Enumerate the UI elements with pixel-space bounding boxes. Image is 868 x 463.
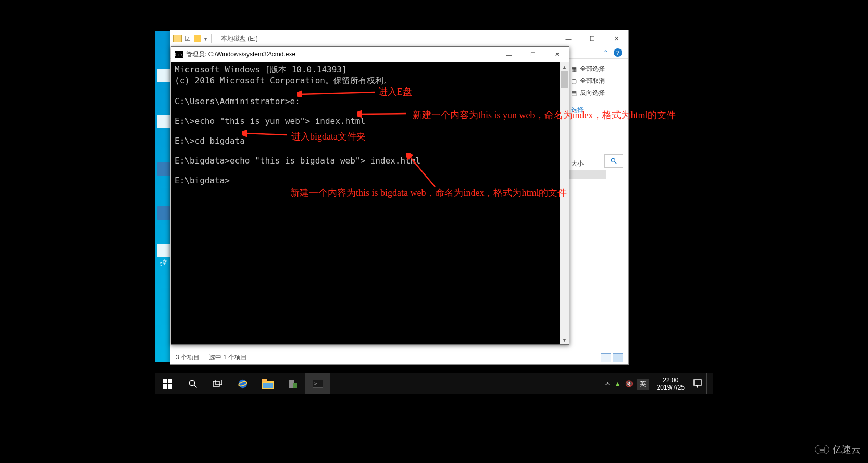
qat-dropdown[interactable]: ▾ (204, 36, 207, 42)
search-button[interactable] (604, 154, 623, 168)
status-bar: 3 个项目 选中 1 个项目 (170, 351, 628, 364)
cmd-titlebar[interactable]: C:\ 管理员: C:\Windows\system32\cmd.exe — ☐… (171, 47, 569, 62)
svg-rect-13 (216, 380, 222, 385)
scrollbar[interactable]: ▲ ▼ (560, 62, 569, 344)
taskbar-ie-button[interactable] (230, 373, 255, 394)
taskbar-cmd-button[interactable]: >_ (305, 373, 330, 394)
deselect-all-button[interactable]: ▢全部取消 (565, 75, 628, 87)
scroll-up-icon[interactable]: ▲ (560, 62, 569, 71)
clock[interactable]: 22:00 2019/7/25 (653, 377, 689, 391)
svg-point-10 (189, 380, 195, 386)
cmd-icon: C:\ (175, 51, 183, 58)
watermark-text: 亿速云 (833, 443, 861, 456)
cmd-title-text: 管理员: C:\Windows\system32\cmd.exe (186, 50, 295, 59)
svg-rect-18 (263, 383, 273, 388)
tray-overflow-button[interactable]: ㅅ (604, 380, 611, 389)
close-button[interactable]: ✕ (545, 47, 569, 62)
clock-time: 22:00 (657, 377, 685, 384)
ime-indicator[interactable]: 英 (637, 379, 649, 390)
watermark-logo-icon: ೲ (815, 445, 829, 454)
server-icon (288, 379, 298, 389)
file-size-cell (565, 170, 606, 179)
clock-date: 2019/7/25 (657, 384, 685, 391)
svg-text:>_: >_ (314, 381, 320, 386)
windows-icon (163, 379, 172, 389)
terminal-output[interactable]: Microsoft Windows [版本 10.0.14393] (c) 20… (171, 62, 560, 344)
action-center-button[interactable] (693, 379, 702, 390)
close-button[interactable]: ✕ (604, 30, 628, 47)
svg-rect-17 (262, 379, 267, 382)
folder-icon (173, 35, 182, 42)
notification-icon (693, 379, 702, 388)
desktop-icon[interactable] (156, 206, 171, 221)
search-icon (610, 157, 617, 165)
svg-rect-8 (163, 384, 167, 389)
select-all-button[interactable]: ▦全部选择 (565, 63, 628, 75)
desktop-icon[interactable] (156, 69, 171, 83)
taskbar-server-manager-button[interactable] (280, 373, 305, 394)
desktop-icon-label[interactable]: 控 (156, 244, 171, 267)
ribbon-expand-icon[interactable]: ⌃ (603, 49, 609, 56)
task-view-icon (213, 380, 223, 388)
system-tray: ㅅ ▲ 🔇 英 22:00 2019/7/25 (604, 373, 713, 394)
view-details-button[interactable] (601, 353, 611, 362)
cmd-icon: >_ (313, 380, 323, 388)
qat-folder-icon[interactable] (194, 35, 201, 42)
minimize-button[interactable]: — (556, 30, 580, 47)
maximize-button[interactable]: ☐ (521, 47, 545, 62)
search-icon (188, 379, 197, 389)
desktop-icon[interactable] (156, 115, 171, 129)
svg-point-0 (611, 158, 615, 162)
view-icons-button[interactable] (613, 353, 623, 362)
taskbar-explorer-button[interactable] (255, 373, 280, 394)
help-icon[interactable]: ? (614, 48, 622, 57)
selected-count: 选中 1 个项目 (209, 353, 247, 362)
minimize-button[interactable]: — (497, 47, 521, 62)
taskbar: >_ ㅅ ▲ 🔇 英 22:00 2019/7/25 (155, 373, 713, 394)
ie-icon (237, 378, 249, 390)
select-group-label: 选择 (565, 104, 628, 116)
svg-rect-7 (168, 379, 172, 383)
tray-volume-icon[interactable]: 🔇 (625, 380, 633, 387)
start-button[interactable] (155, 373, 180, 394)
maximize-button[interactable]: ☐ (580, 30, 604, 47)
svg-line-11 (194, 385, 197, 388)
cmd-window: C:\ 管理员: C:\Windows\system32\cmd.exe — ☐… (171, 46, 569, 345)
scroll-thumb[interactable] (561, 71, 568, 88)
svg-line-1 (615, 162, 617, 164)
search-button[interactable] (180, 373, 205, 394)
watermark: ೲ 亿速云 (815, 443, 861, 456)
svg-rect-12 (213, 381, 219, 386)
svg-rect-20 (293, 383, 297, 388)
svg-rect-9 (168, 384, 172, 389)
show-desktop-button[interactable] (706, 373, 710, 394)
invert-selection-button[interactable]: ▤反向选择 (565, 87, 628, 99)
task-view-button[interactable] (205, 373, 230, 394)
explorer-titlebar[interactable]: ☑ ▾ 本地磁盘 (E:) — ☐ ✕ (170, 30, 628, 47)
desktop-icon[interactable] (156, 162, 171, 177)
svg-rect-6 (163, 379, 167, 383)
window-title: 本地磁盘 (E:) (221, 34, 258, 43)
svg-rect-23 (694, 380, 701, 385)
tray-security-icon[interactable]: ▲ (615, 380, 621, 387)
scroll-down-icon[interactable]: ▼ (560, 335, 569, 344)
qat-checkbox[interactable]: ☑ (185, 35, 191, 42)
folder-icon (262, 379, 274, 389)
item-count: 3 个项目 (176, 353, 200, 362)
